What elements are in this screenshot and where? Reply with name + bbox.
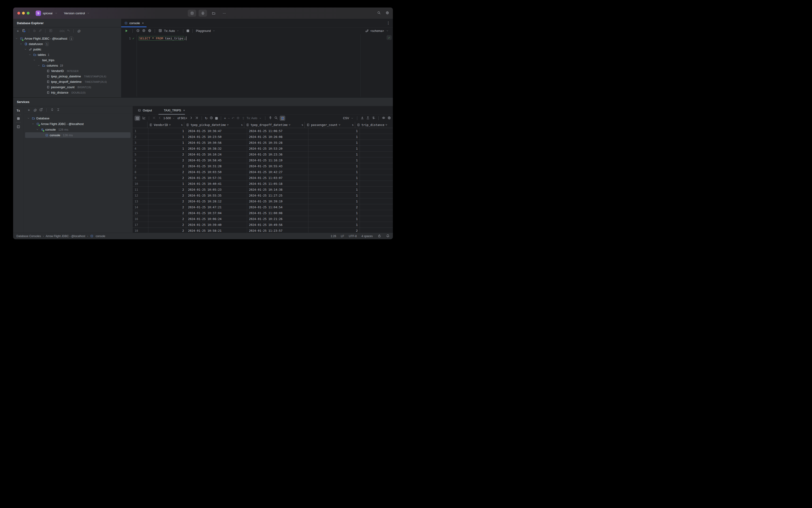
tree-item-console[interactable]: console126 ms [25, 127, 131, 132]
import-button[interactable] [360, 116, 364, 121]
cell-tpep_pickup_datetime[interactable]: 2024-01-25 10:58:45 [186, 157, 247, 163]
cell-trip_distance[interactable]: 2.46 [360, 210, 393, 216]
parameters-button[interactable] [142, 29, 145, 33]
cell-vendorid[interactable]: 2 [148, 210, 186, 216]
grid-header-vendorid[interactable]: VendorID▽⇅ [147, 122, 184, 128]
filter-funnel-icon[interactable]: ▽ [339, 123, 341, 126]
cell-vendorid[interactable]: 1 [148, 134, 186, 139]
cell-trip_distance[interactable]: 0.4 [360, 134, 393, 139]
caret-position[interactable]: 1:26 [331, 235, 336, 238]
cell-trip_distance[interactable]: 0.75 [360, 199, 393, 204]
grid-header-tpep_pickup_datetime[interactable]: tpep_pickup_datetime▽⇅ [184, 122, 244, 128]
cell-vendorid[interactable]: 2 [148, 222, 186, 227]
search-everywhere-button[interactable] [377, 11, 381, 15]
cell-passenger_count[interactable]: 1 [309, 145, 360, 151]
cell-passenger_count[interactable]: 1 [309, 163, 360, 169]
cell-tpep_pickup_datetime[interactable]: 2024-01-25 10:39:40 [186, 222, 247, 227]
project-files-button[interactable] [209, 10, 218, 17]
cell-tpep_dropoff_datetime[interactable]: 2024-01-25 10:26:08 [247, 134, 309, 139]
chart-view-button[interactable] [142, 116, 146, 121]
sort-icon[interactable]: ⇅ [181, 123, 183, 126]
more-actions-button[interactable]: ⋯ [220, 10, 229, 17]
breadcrumb-datasource[interactable]: Arrow Flight JDBC - @localhost [46, 235, 85, 238]
cell-tpep_pickup_datetime[interactable]: 2024-01-25 10:23:50 [186, 134, 247, 139]
cell-tpep_dropoff_datetime[interactable]: 2024-01-25 10:49:56 [247, 222, 309, 227]
cell-trip_distance[interactable]: 1.07 [360, 152, 393, 157]
cell-vendorid[interactable]: 2 [148, 199, 186, 204]
file-encoding[interactable]: UTF-8 [349, 235, 357, 238]
cell-passenger_count[interactable]: 1 [309, 210, 360, 216]
breadcrumb-console[interactable]: console [96, 235, 105, 238]
filter-funnel-icon[interactable]: ▽ [289, 123, 290, 126]
grid-row-6[interactable]: 622024-01-25 10:58:452024-01-25 11:16:19… [133, 157, 393, 163]
cell-passenger_count[interactable]: 1 [309, 193, 360, 198]
cell-trip_distance[interactable]: 18.6 [360, 169, 393, 175]
inspections-widget[interactable]: ✓ [387, 35, 392, 40]
cell-tpep_pickup_datetime[interactable]: 2024-01-25 10:57:31 [186, 175, 247, 181]
tree-item-passenger-count[interactable]: passenger_countBIGINT(19) [13, 84, 121, 90]
cell-tpep_dropoff_datetime[interactable]: 2024-01-25 10:55:43 [247, 163, 309, 169]
cell-trip_distance[interactable]: 1.8 [360, 181, 393, 186]
cell-tpep_pickup_datetime[interactable]: 2024-01-25 10:40:41 [186, 181, 247, 186]
close-window-button[interactable] [17, 12, 20, 14]
cell-passenger_count[interactable]: 1 [309, 157, 360, 163]
cell-tpep_pickup_datetime[interactable]: 2024-01-25 10:58:21 [186, 228, 247, 233]
settings-button[interactable] [386, 11, 389, 15]
cell-vendorid[interactable]: 1 [148, 140, 186, 145]
run-tool-button[interactable] [198, 10, 207, 17]
tab-console[interactable]: console × [121, 19, 146, 27]
grid-row-11[interactable]: 1122024-01-25 10:05:232024-01-25 10:14:3… [133, 187, 393, 193]
last-page-button[interactable] [195, 116, 198, 121]
collapse-button[interactable] [56, 108, 60, 112]
console-settings-button[interactable] [148, 29, 151, 33]
minimize-window-button[interactable] [22, 12, 25, 14]
results-tab-output[interactable]: Output [135, 106, 155, 115]
tree-item-public[interactable]: public [13, 47, 121, 52]
cell-tpep_dropoff_datetime[interactable]: 2024-01-25 11:16:19 [247, 157, 309, 163]
breadcrumb-database-consoles[interactable]: Database Consoles [16, 235, 41, 238]
tree-item-tables[interactable]: tables1 [13, 52, 121, 57]
cell-vendorid[interactable]: 2 [148, 175, 186, 181]
refresh-button[interactable]: ↻ [32, 29, 36, 33]
grid-header-tpep_dropoff_datetime[interactable]: tpep_dropoff_datetime▽⇅ [244, 122, 305, 128]
close-tab-icon[interactable]: × [183, 109, 185, 112]
target-button[interactable]: ◎ [77, 29, 81, 33]
export-format-select[interactable]: CSV [343, 116, 354, 120]
cell-tpep_dropoff_datetime[interactable]: 2024-01-25 11:03:07 [247, 175, 309, 181]
indent-setting[interactable]: 4 spaces [361, 235, 373, 238]
grid-row-15[interactable]: 1522024-01-25 10:37:042024-01-25 11:00:0… [133, 210, 393, 216]
sql-statement[interactable]: SELECT * FROM taxi_trips; [139, 36, 186, 41]
cell-trip_distance[interactable]: 2.9 [360, 128, 393, 134]
version-control-menu[interactable]: Version control [64, 11, 90, 15]
cell-passenger_count[interactable]: 1 [309, 134, 360, 139]
grid-row-17[interactable]: 1722024-01-25 10:39:402024-01-25 10:49:5… [133, 222, 393, 228]
sort-icon[interactable]: ⇅ [352, 123, 354, 126]
schema-selector[interactable]: <schema> [365, 29, 389, 33]
first-page-button[interactable] [152, 116, 156, 121]
grid-row-4[interactable]: 412024-01-25 10:38:322024-01-25 10:53:20… [133, 145, 393, 152]
sort-icon[interactable]: ⇅ [241, 123, 242, 126]
tx-mode-select[interactable]: Tx: Auto [164, 29, 180, 33]
cell-vendorid[interactable]: 1 [148, 181, 186, 186]
table-button[interactable] [55, 29, 58, 33]
cell-tpep_dropoff_datetime[interactable]: 2024-01-25 11:05:18 [247, 181, 309, 186]
cell-trip_distance[interactable]: 9.49 [360, 163, 393, 169]
cell-tpep_pickup_datetime[interactable]: 2024-01-25 10:55:35 [186, 193, 247, 198]
grid-row-7[interactable]: 722024-01-25 10:31:282024-01-25 10:55:43… [133, 163, 393, 169]
playground-select[interactable]: Playground [196, 29, 216, 33]
grid-row-12[interactable]: 1222024-01-25 10:55:352024-01-25 11:27:2… [133, 193, 393, 199]
tree-item-tpep-pickup-datetime[interactable]: tpep_pickup_datetimeTIMESTAMP(26,6) [13, 74, 121, 79]
plus-button[interactable]: + [27, 108, 31, 112]
cell-tpep_dropoff_datetime[interactable]: 2024-01-25 11:27:25 [247, 193, 309, 198]
grid-row-14[interactable]: 1422024-01-25 10:47:212024-01-25 11:04:5… [133, 204, 393, 210]
expand-button[interactable] [50, 108, 54, 112]
tree-item-columns[interactable]: columns19 [13, 63, 121, 68]
cell-tpep_pickup_datetime[interactable]: 2024-01-25 10:05:23 [186, 187, 247, 192]
cell-tpep_dropoff_datetime[interactable]: 2024-01-25 10:23:36 [247, 152, 309, 157]
cell-passenger_count[interactable]: 1 [309, 140, 360, 145]
expand-toggle-icon[interactable] [24, 48, 27, 51]
return-button[interactable] [66, 29, 70, 33]
cell-vendorid[interactable]: 2 [148, 163, 186, 169]
cell-tpep_pickup_datetime[interactable]: 2024-01-25 10:03:50 [186, 169, 247, 175]
expand-toggle-icon[interactable] [28, 53, 32, 57]
